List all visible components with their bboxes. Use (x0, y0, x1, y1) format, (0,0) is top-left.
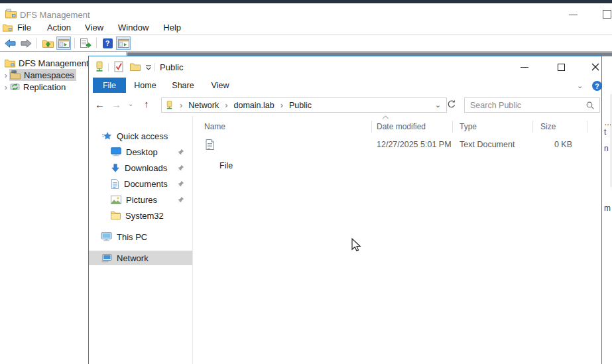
address-dropdown-chevron-icon[interactable]: ⌄ (435, 101, 446, 109)
this-pc-icon (101, 232, 112, 241)
dfs-minimize-button[interactable] (569, 15, 578, 15)
explorer-body: Quick access Desktop Downloads (89, 116, 601, 364)
column-divider[interactable] (532, 121, 533, 133)
explorer-window: Public File Home Share View ⌄ ? ← → ⌄ ↑ (88, 56, 602, 364)
dfs-menubar: File Action View Window Help (0, 20, 612, 35)
explorer-titlebar[interactable]: Public (89, 56, 601, 78)
tree-item-label: Namespaces (24, 70, 74, 80)
sidebar-item-documents[interactable]: Documents (89, 176, 192, 191)
explorer-maximize-button[interactable] (558, 64, 565, 71)
folder-icon (111, 211, 121, 220)
recent-locations-chevron-icon[interactable]: ⌄ (128, 100, 133, 107)
namespaces-icon (10, 70, 21, 80)
column-divider[interactable] (371, 121, 372, 133)
mouse-cursor (351, 238, 361, 253)
menu-help[interactable]: Help (162, 23, 182, 32)
dfs-console-icon (3, 23, 13, 32)
tab-file[interactable]: File (93, 78, 126, 93)
column-header-size[interactable]: Size (540, 119, 556, 134)
export-list-icon[interactable] (78, 36, 93, 50)
clipped-text: t (604, 127, 606, 137)
expand-ribbon-chevron-icon[interactable]: ⌄ (577, 82, 583, 90)
address-bar-row: ← → ⌄ ↑ › Network › domain.lab › Public … (89, 93, 601, 116)
new-folder-icon[interactable] (130, 62, 141, 71)
file-date-modified: 12/27/2025 5:01 PM (377, 137, 452, 152)
pin-icon (177, 164, 184, 172)
qat-separator (108, 63, 109, 72)
sidebar-item-network[interactable]: Network (89, 251, 192, 265)
sidebar-item-desktop[interactable]: Desktop (89, 145, 192, 159)
toolbar-separator (36, 38, 37, 48)
sidebar-item-quick-access[interactable]: Quick access (89, 129, 192, 143)
menu-view[interactable]: View (84, 23, 104, 32)
sidebar-item-downloads[interactable]: Downloads (89, 160, 192, 175)
customize-qat-chevron-icon[interactable] (145, 65, 152, 70)
search-input[interactable] (465, 100, 585, 111)
search-box[interactable] (464, 97, 600, 113)
breadcrumb-public[interactable]: Public (289, 101, 312, 110)
file-size: 0 KB (540, 137, 572, 152)
dfs-titlebar[interactable]: DFS Management (0, 3, 612, 20)
network-icon (101, 253, 112, 263)
breadcrumb-network[interactable]: Network (188, 101, 219, 110)
back-arrow-icon[interactable]: ← (95, 99, 105, 110)
file-list: Name Date modified Type Size File 12/27/… (192, 116, 601, 364)
breadcrumb-chevron-icon: › (180, 100, 182, 110)
ribbon-tab-bar: File Home Share View (89, 78, 601, 93)
address-bar[interactable]: › Network › domain.lab › Public ⌄ (161, 97, 447, 113)
sidebar-item-label: This PC (117, 232, 147, 242)
explorer-close-button[interactable] (591, 63, 599, 71)
breadcrumb-chevron-icon: › (225, 100, 227, 110)
show-console-tree-icon[interactable] (56, 36, 71, 50)
qat-separator (154, 63, 155, 72)
explorer-help-icon[interactable]: ? (592, 81, 602, 91)
clipped-text: m (604, 204, 611, 213)
table-row[interactable]: File 12/27/2025 5:01 PM Text Document 0 … (192, 137, 601, 152)
back-toolbar-icon[interactable] (3, 36, 17, 50)
sidebar-item-label: Documents (124, 179, 168, 189)
tab-share[interactable]: Share (172, 78, 194, 93)
sidebar-item-label: Pictures (126, 195, 157, 205)
search-icon[interactable] (585, 101, 599, 110)
sidebar-item-this-pc[interactable]: This PC (89, 229, 192, 244)
pin-icon (177, 180, 184, 188)
tab-view[interactable]: View (212, 78, 229, 93)
expander-chevron-icon[interactable]: › (3, 70, 9, 80)
up-arrow-icon[interactable]: ↑ (144, 98, 149, 109)
tab-home[interactable]: Home (134, 78, 156, 93)
menu-file[interactable]: File (17, 23, 32, 32)
dfs-maximize-button[interactable] (603, 10, 611, 19)
quick-access-star-icon (102, 131, 112, 141)
namespaces-selection[interactable]: Namespaces (9, 69, 76, 81)
sidebar-item-system32[interactable]: System32 (89, 208, 192, 223)
desktop-icon (111, 147, 121, 156)
forward-arrow-icon[interactable]: → (111, 99, 121, 110)
text-document-icon (206, 139, 214, 150)
forward-toolbar-icon[interactable] (19, 36, 33, 50)
explorer-minimize-button[interactable] (520, 67, 528, 68)
network-folder-icon (94, 61, 105, 72)
dfs-list-border (611, 94, 611, 187)
breadcrumb-domain[interactable]: domain.lab (234, 101, 275, 110)
column-header-date-modified[interactable]: Date modified (377, 119, 426, 134)
explorer-window-title: Public (160, 56, 183, 78)
sidebar-item-label: Quick access (117, 131, 168, 141)
sidebar-item-pictures[interactable]: Pictures (89, 192, 192, 207)
replication-icon (10, 82, 20, 91)
column-divider[interactable] (452, 121, 453, 133)
help-toolbar-icon[interactable]: ? (100, 36, 115, 50)
column-divider[interactable] (587, 121, 587, 133)
tree-item-label: DFS Management (19, 58, 89, 68)
show-action-pane-icon[interactable] (116, 36, 131, 50)
downloads-icon (111, 163, 120, 173)
menu-window[interactable]: Window (117, 23, 149, 32)
properties-icon[interactable] (114, 61, 123, 72)
up-folder-toolbar-icon[interactable] (40, 36, 55, 50)
menu-action[interactable]: Action (46, 23, 72, 32)
refresh-icon[interactable] (447, 99, 456, 109)
sidebar-item-label: Network (117, 253, 149, 263)
file-name[interactable]: File (219, 158, 233, 173)
expander-chevron-icon[interactable]: › (3, 82, 9, 92)
column-header-type[interactable]: Type (459, 119, 477, 134)
column-header-name[interactable]: Name (204, 119, 225, 134)
